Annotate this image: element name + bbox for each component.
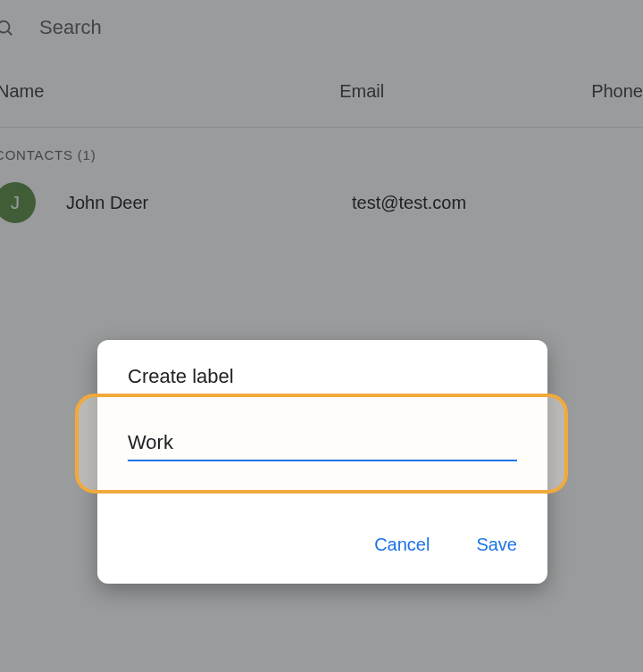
save-button[interactable]: Save [474,531,519,559]
dialog-title: Create label [97,340,547,388]
label-name-input[interactable] [128,426,517,461]
create-label-dialog: Create label Cancel Save [97,340,547,584]
cancel-button[interactable]: Cancel [372,531,431,559]
label-input-wrap [128,426,517,461]
dialog-actions: Cancel Save [372,531,519,559]
